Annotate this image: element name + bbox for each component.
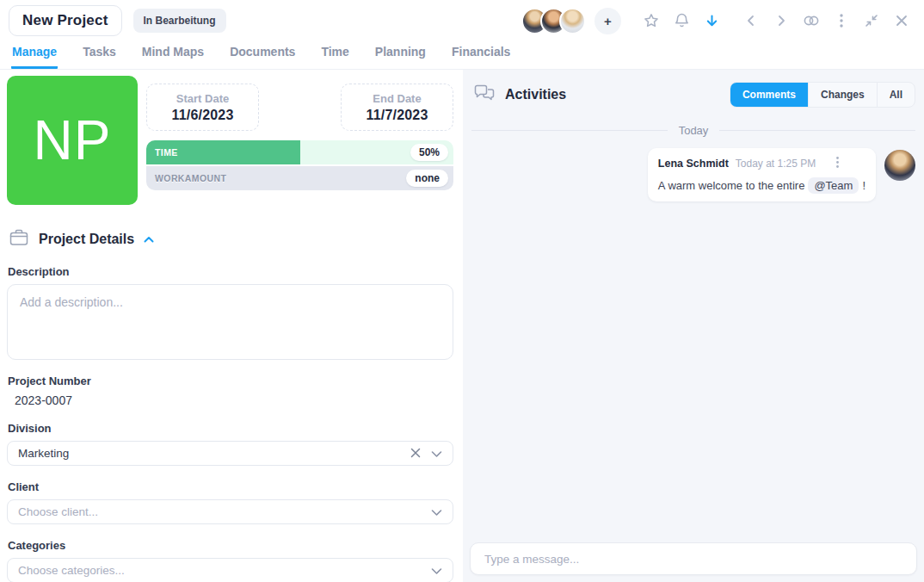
- description-input[interactable]: [7, 284, 453, 360]
- forward-button[interactable]: [769, 9, 793, 33]
- activities-title: Activities: [505, 87, 566, 102]
- chevron-left-icon: [745, 15, 757, 27]
- more-options-button[interactable]: [829, 9, 853, 33]
- chevron-down-icon[interactable]: [431, 446, 442, 461]
- tab-documents[interactable]: Documents: [229, 41, 296, 69]
- comment-row: Lena Schmidt Today at 1:25 PM A warm wel…: [470, 148, 917, 201]
- comment-timestamp: Today at 1:25 PM: [736, 158, 816, 170]
- notifications-button[interactable]: [669, 9, 693, 33]
- division-label: Division: [8, 422, 453, 435]
- status-badge[interactable]: In Bearbeitung: [133, 9, 226, 33]
- activities-header: Activities Comments Changes All: [470, 77, 917, 108]
- chevron-down-icon[interactable]: [431, 505, 442, 520]
- comment-text-after: !: [862, 179, 865, 192]
- message-input-wrap: [470, 542, 917, 575]
- tab-financials[interactable]: Financials: [451, 41, 511, 69]
- collapse-window-button[interactable]: [859, 9, 884, 33]
- tab-time[interactable]: Time: [320, 41, 349, 69]
- main-content: NP Start Date 11/6/2023 End Date 11/7/20…: [0, 70, 924, 582]
- top-bar: New Project In Bearbeitung +: [0, 0, 924, 41]
- divider-line: [471, 130, 668, 131]
- chevron-right-icon: [775, 15, 787, 27]
- workamount-progress-value: none: [406, 170, 448, 187]
- comment-text-before: A warm welcome to the entire: [658, 179, 805, 192]
- tab-mind-maps[interactable]: Mind Maps: [141, 41, 205, 69]
- end-date-label: End Date: [345, 92, 449, 105]
- division-select[interactable]: Marketing: [7, 441, 453, 466]
- client-select[interactable]: Choose client...: [7, 499, 453, 524]
- download-arrow-icon: [705, 14, 719, 28]
- chat-bubbles-icon: [473, 84, 496, 106]
- client-label: Client: [8, 480, 453, 493]
- comment-author: Lena Schmidt: [658, 158, 729, 170]
- time-progress-bar: TIME 50%: [146, 140, 453, 164]
- member-avatar[interactable]: [559, 8, 586, 34]
- project-title-field[interactable]: New Project: [9, 5, 122, 36]
- start-date-value: 11/6/2023: [151, 108, 255, 123]
- project-number-label: Project Number: [8, 375, 453, 387]
- project-number-value: 2023-0007: [7, 393, 453, 407]
- divider-line: [719, 130, 915, 131]
- star-icon: [644, 13, 659, 28]
- bell-icon: [675, 13, 689, 28]
- description-label: Description: [8, 265, 453, 278]
- add-member-button[interactable]: +: [594, 8, 621, 34]
- back-button[interactable]: [739, 9, 763, 33]
- comment-options-button[interactable]: [835, 155, 841, 172]
- chevron-down-icon[interactable]: [431, 563, 442, 579]
- divider-label: Today: [668, 124, 720, 137]
- categories-label: Categories: [8, 539, 453, 552]
- clear-icon[interactable]: [410, 446, 421, 461]
- project-window: New Project In Bearbeitung +: [0, 0, 924, 582]
- division-value: Marketing: [18, 447, 410, 460]
- project-details-section-header[interactable]: Project Details: [7, 228, 453, 251]
- project-head: NP Start Date 11/6/2023 End Date 11/7/20…: [7, 76, 453, 205]
- tab-tasks[interactable]: Tasks: [82, 41, 117, 69]
- workamount-progress-label: WORKAMOUNT: [146, 173, 226, 183]
- start-date-label: Start Date: [151, 92, 255, 105]
- briefcase-icon: [9, 228, 29, 251]
- tab-bar: Manage Tasks Mind Maps Documents Time Pl…: [0, 41, 924, 70]
- message-input[interactable]: [470, 542, 917, 575]
- link-chain-icon: [803, 14, 820, 28]
- filter-changes[interactable]: Changes: [808, 83, 877, 107]
- favorite-button[interactable]: [639, 9, 663, 33]
- end-date-value: 11/7/2023: [345, 108, 449, 123]
- categories-placeholder: Choose categories...: [18, 564, 431, 577]
- categories-select[interactable]: Choose categories...: [7, 558, 453, 582]
- comment-card: Lena Schmidt Today at 1:25 PM A warm wel…: [648, 148, 876, 201]
- collapse-icon: [865, 14, 878, 28]
- comment-author-avatar[interactable]: [884, 150, 915, 181]
- tab-manage[interactable]: Manage: [11, 41, 58, 69]
- filter-comments[interactable]: Comments: [730, 83, 808, 107]
- chevron-up-icon: [144, 232, 154, 247]
- section-title: Project Details: [39, 232, 134, 247]
- workamount-progress-bar: WORKAMOUNT none: [146, 166, 453, 190]
- project-details-panel: NP Start Date 11/6/2023 End Date 11/7/20…: [0, 70, 463, 582]
- project-avatar[interactable]: NP: [7, 76, 138, 205]
- client-placeholder: Choose client...: [18, 505, 431, 518]
- time-progress-value: 50%: [410, 144, 448, 161]
- kebab-menu-icon: [836, 157, 839, 170]
- today-divider: Today: [470, 124, 917, 137]
- close-icon: [896, 15, 908, 27]
- time-progress-label: TIME: [146, 147, 178, 158]
- download-button[interactable]: [699, 9, 724, 33]
- progress-bars: TIME 50% WORKAMOUNT none: [146, 140, 453, 190]
- comment-header: Lena Schmidt Today at 1:25 PM: [658, 155, 865, 172]
- comment-text: A warm welcome to the entire @Team !: [658, 177, 865, 194]
- kebab-menu-icon: [840, 14, 843, 28]
- tab-planning[interactable]: Planning: [374, 41, 427, 69]
- copy-link-button[interactable]: [799, 9, 823, 33]
- start-date-field[interactable]: Start Date 11/6/2023: [146, 84, 259, 131]
- close-window-button[interactable]: [890, 9, 914, 33]
- date-row: Start Date 11/6/2023 End Date 11/7/2023: [146, 84, 453, 131]
- mention-chip[interactable]: @Team: [808, 177, 859, 194]
- end-date-field[interactable]: End Date 11/7/2023: [341, 84, 453, 131]
- activities-panel: Activities Comments Changes All Today Le…: [463, 70, 924, 582]
- member-avatar-group[interactable]: [521, 8, 586, 34]
- activity-filter-group: Comments Changes All: [730, 82, 915, 108]
- project-head-right: Start Date 11/6/2023 End Date 11/7/2023 …: [146, 76, 453, 205]
- filter-all[interactable]: All: [877, 83, 915, 107]
